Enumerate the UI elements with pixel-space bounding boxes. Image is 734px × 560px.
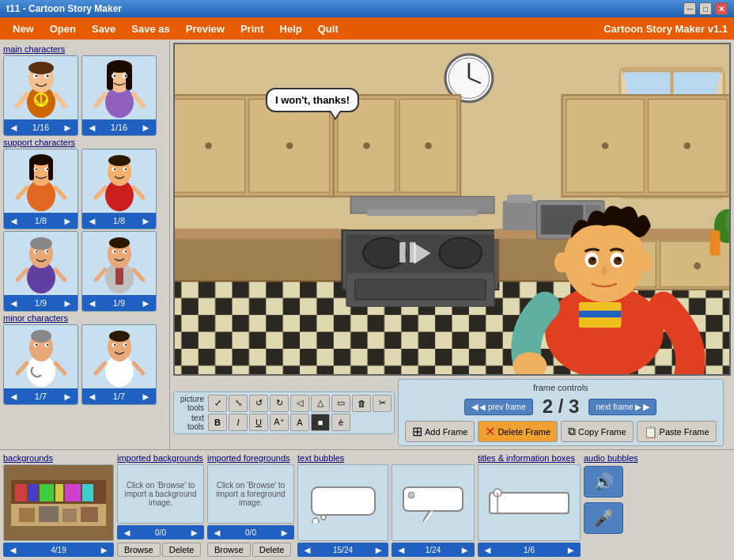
support-char-1-img[interactable] [4, 149, 78, 213]
menu-saveas[interactable]: Save as [125, 21, 176, 37]
menu-print[interactable]: Print [234, 21, 271, 37]
tool-font-smaller[interactable]: A [290, 414, 309, 431]
copy-frame-button[interactable]: ⧉ Copy Frame [561, 421, 634, 442]
support-char-2-prev[interactable]: ◄ [85, 215, 99, 227]
titles-thumb[interactable] [478, 464, 581, 541]
main-char-2-next[interactable]: ► [139, 122, 153, 134]
tool-font-larger[interactable]: A⁺ [270, 414, 289, 431]
backgrounds-prev[interactable]: ◄ [6, 544, 20, 556]
add-frame-button[interactable]: ⊞ Add Frame [405, 421, 475, 442]
minor-char-2-img[interactable] [82, 325, 156, 388]
menu-quit[interactable]: Quit [312, 21, 345, 37]
minor-char-1-next[interactable]: ► [61, 391, 74, 403]
titles-next[interactable]: ► [564, 544, 577, 556]
audio-record-button[interactable]: 🎤 [584, 502, 623, 534]
speech-bubble[interactable]: I won't, thanks! [266, 88, 359, 112]
text-bubbles-next[interactable]: ► [372, 544, 385, 556]
titles-prev[interactable]: ◄ [481, 544, 494, 556]
support-char-3-img[interactable] [4, 232, 78, 295]
speech-bubble-next[interactable]: ► [458, 544, 471, 556]
main-char-1-counter: 1/16 [32, 123, 49, 132]
imported-bg-next[interactable]: ► [187, 527, 201, 539]
menu-items: New Open Save Save as Preview Print Help… [6, 21, 345, 37]
main-char-2-img[interactable] [82, 56, 156, 119]
menu-new[interactable]: New [6, 21, 40, 37]
minimize-button[interactable]: ─ [683, 2, 696, 15]
svg-point-119 [439, 238, 481, 268]
support-char-2-img[interactable] [82, 149, 156, 213]
imported-bg-prev[interactable]: ◄ [120, 527, 134, 539]
support-char-3-next[interactable]: ► [61, 297, 74, 309]
backgrounds-thumb[interactable] [3, 464, 114, 541]
support-char-1-next[interactable]: ► [61, 215, 74, 227]
delete-frame-button[interactable]: ✕ Delete Frame [478, 421, 558, 442]
support-char-1-prev[interactable]: ◄ [7, 215, 21, 227]
tool-rotate-left[interactable]: ↺ [249, 395, 268, 412]
audio-play-button[interactable]: 🔊 [584, 466, 623, 498]
tool-flip-v[interactable]: △ [311, 395, 330, 412]
tool-expand[interactable]: ⤢ [208, 395, 227, 412]
delete-fg-button[interactable]: Delete [252, 543, 292, 557]
menu-preview[interactable]: Preview [180, 21, 231, 37]
next-frame-button[interactable]: next frame ▶ ▶ [588, 399, 656, 415]
tool-delete[interactable]: 🗑 [352, 395, 371, 412]
tool-bold[interactable]: B [208, 414, 227, 431]
svg-point-105 [363, 142, 370, 149]
support-char-3-prev[interactable]: ◄ [7, 297, 21, 309]
support-char-4-img[interactable] [82, 232, 156, 295]
close-button[interactable]: ✕ [715, 2, 728, 15]
menu-open[interactable]: Open [44, 21, 82, 37]
maximize-button[interactable]: □ [699, 2, 712, 15]
text-bubbles-thumb[interactable] [297, 464, 388, 541]
svg-rect-158 [15, 484, 27, 501]
support-char-4-next[interactable]: ► [139, 297, 153, 309]
menu-save[interactable]: Save [85, 21, 122, 37]
tool-flip-h[interactable]: ◁ [290, 395, 309, 412]
tools-bar: picturetools ⤢ ⤡ ↺ ↻ ◁ △ ▭ 🗑 ✂ texttools… [173, 379, 731, 446]
svg-point-170 [312, 518, 319, 523]
delete-bg-button[interactable]: Delete [162, 543, 202, 557]
minor-char-2-counter: 1/7 [113, 392, 125, 401]
main-char-1-prev[interactable]: ◄ [7, 122, 21, 134]
minor-char-1-prev[interactable]: ◄ [7, 391, 21, 403]
scene-canvas[interactable]: I won't, thanks! [173, 43, 731, 376]
text-tools-label: texttools [176, 414, 204, 431]
speech-bubble-prev[interactable]: ◄ [395, 544, 408, 556]
text-bubbles-prev[interactable]: ◄ [301, 544, 314, 556]
svg-point-101 [286, 142, 293, 149]
imported-fg-next[interactable]: ► [278, 527, 291, 539]
minor-char-1-img[interactable] [4, 325, 78, 388]
tool-underline[interactable]: U [249, 414, 268, 431]
prev-frame-button[interactable]: ◀ ◀ prev frame [464, 399, 533, 415]
tool-special-char[interactable]: è [331, 414, 350, 431]
support-char-2-next[interactable]: ► [139, 215, 153, 227]
browse-fg-button[interactable]: Browse [207, 543, 251, 557]
svg-line-71 [17, 363, 27, 373]
minor-char-2-next[interactable]: ► [139, 391, 153, 403]
main-char-2-prev[interactable]: ◄ [85, 122, 99, 134]
support-char-4-prev[interactable]: ◄ [85, 297, 99, 309]
paste-frame-button[interactable]: 📋 Paste Frame [637, 421, 717, 442]
tool-italic[interactable]: I [229, 414, 248, 431]
svg-point-20 [113, 74, 115, 77]
menu-help[interactable]: Help [274, 21, 308, 37]
backgrounds-next[interactable]: ► [97, 544, 111, 556]
tool-frame[interactable]: ▭ [331, 395, 350, 412]
backgrounds-label: backgrounds [3, 453, 114, 463]
svg-rect-176 [490, 493, 569, 513]
speech-bubble-thumb[interactable] [392, 464, 475, 541]
main-char-1-next[interactable]: ► [61, 122, 74, 134]
tool-color[interactable]: ■ [311, 414, 330, 431]
tool-shrink[interactable]: ⤡ [229, 395, 248, 412]
imported-fg-thumb[interactable]: Click on 'Browse' to import a foreground… [207, 464, 294, 524]
minor-char-2-prev[interactable]: ◄ [85, 391, 99, 403]
imported-bg-counter: 0/0 [155, 528, 166, 537]
main-char-1-img[interactable] [4, 56, 78, 119]
svg-line-61 [96, 270, 105, 280]
imported-bg-thumb[interactable]: Click on 'Browse' to import a background… [117, 464, 204, 524]
imported-fg-prev[interactable]: ◄ [210, 527, 224, 539]
next-frame-label: next frame ▶ [596, 403, 641, 411]
browse-bg-button[interactable]: Browse [117, 543, 161, 557]
tool-cut[interactable]: ✂ [373, 395, 392, 412]
tool-rotate-right[interactable]: ↻ [270, 395, 289, 412]
